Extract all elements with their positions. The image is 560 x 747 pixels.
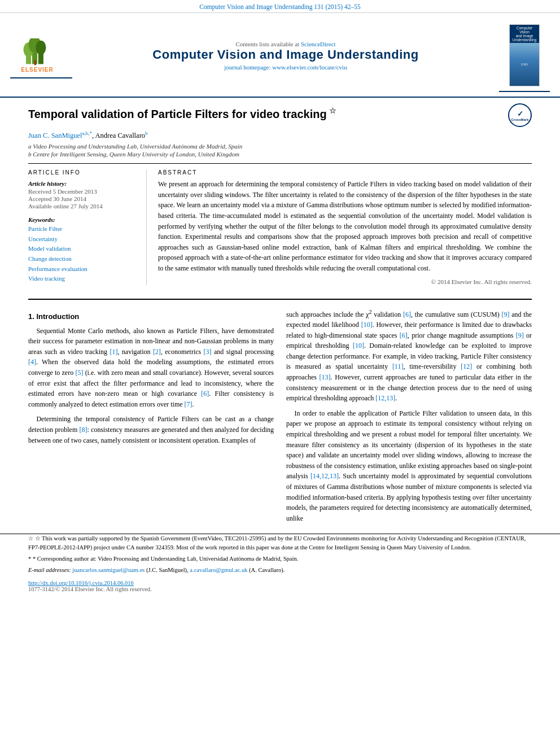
thumb-image: CVIU — [510, 43, 539, 86]
intro-right-col: such approaches include the χ2 validatio… — [286, 308, 532, 528]
keyword-video-tracking: Video tracking — [28, 274, 138, 284]
footnote-section: ☆ ☆ This work was partially supported by… — [0, 534, 560, 574]
abstract-label: ABSTRACT — [158, 169, 532, 176]
intro-right-para2: In order to enable the application of Pa… — [286, 408, 532, 524]
issn-line: 1077-3142/© 2014 Elsevier Inc. All right… — [0, 586, 560, 598]
article-info-col: ARTICLE INFO Article history: Received 5… — [28, 169, 147, 285]
homepage-line: journal homepage: www.elsevier.com/locat… — [72, 64, 499, 71]
abstract-text: We present an approach for determining t… — [158, 179, 532, 273]
received-date: Received 5 December 2013 — [28, 188, 138, 195]
svg-rect-6 — [34, 60, 37, 65]
available-date: Available online 27 July 2014 — [28, 203, 138, 209]
keyword-particle-filter: Particle Filter — [28, 224, 138, 234]
keyword-change-detection: Change detection — [28, 254, 138, 264]
affiliations: a Video Processing and Understanding Lab… — [28, 143, 532, 158]
intro-heading: 1. Introduction — [28, 311, 274, 322]
journal-title: Computer Vision and Image Understanding — [72, 47, 499, 62]
authors-line: Juan C. SanMiguela,b,*, Andrea Cavallaro… — [28, 130, 532, 140]
article-info-label: ARTICLE INFO — [28, 169, 138, 176]
crossmark-badge: ✓ CrossMark — [508, 103, 532, 127]
top-journal-ref: Computer Vision and Image Understanding … — [0, 0, 560, 13]
sciencedirect-line: Contents lists available at ScienceDirec… — [72, 41, 499, 47]
thumb-header: Computer Visionand ImageUnderstanding — [510, 25, 539, 43]
journal-thumbnail-area: Computer Visionand ImageUnderstanding CV… — [499, 19, 550, 92]
keywords-label: Keywords: — [28, 216, 138, 223]
elsevier-logo-area: ELSEVIER — [10, 33, 72, 78]
introduction-section: 1. Introduction Sequential Monte Carlo m… — [0, 300, 560, 534]
intro-para2: Determining the temporal consistency of … — [28, 414, 274, 445]
article-info-abstract-section: ARTICLE INFO Article history: Received 5… — [28, 163, 532, 285]
elsevier-wordmark: ELSEVIER — [21, 67, 53, 73]
keyword-uncertainty: Uncertainty — [28, 234, 138, 244]
keyword-performance-eval: Performance evaluation — [28, 264, 138, 274]
accepted-date: Accepted 30 June 2014 — [28, 195, 138, 202]
keywords-list: Particle Filter Uncertainty Model valida… — [28, 224, 138, 284]
footnote-2: * * Corresponding author at: Video Proce… — [28, 554, 532, 563]
footnote-3: E-mail addresses: juancarlos.sanmiguel@u… — [28, 566, 532, 575]
journal-header: ELSEVIER Contents lists available at Sci… — [0, 13, 560, 98]
doi-line[interactable]: http://dx.doi.org/10.1016/j.cviu.2014.06… — [0, 576, 560, 586]
svg-point-5 — [36, 40, 46, 54]
intro-left-col: 1. Introduction Sequential Monte Carlo m… — [28, 308, 274, 528]
journal-center-info: Contents lists available at ScienceDirec… — [72, 41, 499, 71]
keyword-model-validation: Model validation — [28, 244, 138, 254]
paper-content: Temporal validation of Particle Filters … — [0, 98, 560, 291]
copyright-line: © 2014 Elsevier Inc. All rights reserved… — [158, 278, 532, 285]
abstract-col: ABSTRACT We present an approach for dete… — [158, 169, 532, 285]
intro-right-para1: such approaches include the χ2 validatio… — [286, 308, 532, 404]
journal-thumbnail: Computer Visionand ImageUnderstanding CV… — [509, 24, 540, 86]
elsevier-tree-icon — [20, 38, 54, 67]
intro-para1: Sequential Monte Carlo methods, also kno… — [28, 326, 274, 410]
history-label: Article history: — [28, 180, 138, 187]
paper-title: Temporal validation of Particle Filters … — [28, 106, 502, 121]
footnote-1: ☆ ☆ This work was partially supported by… — [28, 534, 532, 552]
